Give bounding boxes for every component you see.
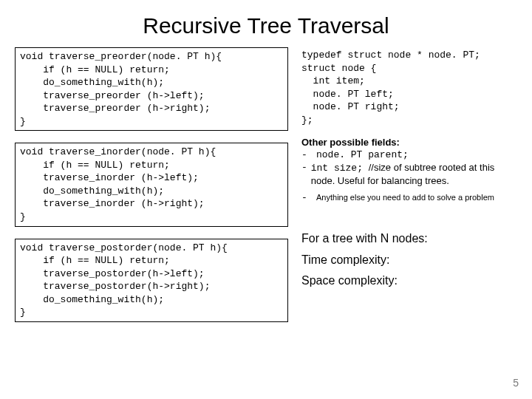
- typedef-code: typedef struct node * node. PT; struct n…: [301, 47, 517, 126]
- bullet-dash: -: [301, 192, 316, 205]
- space-complexity: Space complexity:: [301, 270, 517, 292]
- other-fields: Other possible fields: - node. PT parent…: [301, 137, 517, 204]
- complexity-intro: For a tree with N nodes:: [301, 228, 517, 250]
- inorder-code: void traverse_inorder(node. PT h){ if (h…: [15, 143, 288, 226]
- bullet-dash: -: [301, 162, 311, 188]
- content-area: void traverse_preorder(node. PT h){ if (…: [0, 47, 532, 322]
- preorder-code: void traverse_preorder(node. PT h){ if (…: [15, 47, 288, 131]
- page-number: 5: [513, 377, 519, 389]
- anything-note: Anything else you need to add to solve a…: [316, 192, 494, 205]
- size-code: int size;: [311, 163, 369, 174]
- parent-field: node. PT parent;: [316, 149, 409, 162]
- time-complexity: Time complexity:: [301, 250, 517, 271]
- postorder-code: void traverse_postorder(node. PT h){ if …: [15, 239, 288, 322]
- page-title: Recursive Tree Traversal: [0, 0, 532, 47]
- complexity-block: For a tree with N nodes: Time complexity…: [301, 215, 517, 292]
- other-fields-header: Other possible fields:: [301, 137, 517, 149]
- bullet-dash: -: [301, 149, 316, 162]
- left-column: void traverse_preorder(node. PT h){ if (…: [15, 47, 288, 322]
- right-column: typedef struct node * node. PT; struct n…: [301, 47, 517, 322]
